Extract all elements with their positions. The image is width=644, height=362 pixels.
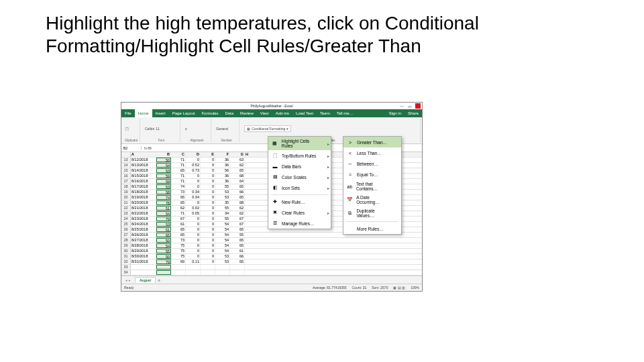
- cell[interactable]: [131, 270, 156, 275]
- cell[interactable]: 54: [156, 211, 171, 216]
- row-header[interactable]: 23: [121, 211, 131, 216]
- row-header[interactable]: 31: [121, 254, 131, 259]
- cell[interactable]: [186, 270, 201, 275]
- cell[interactable]: 66: [230, 190, 245, 194]
- cell[interactable]: 8/16/2018: [131, 179, 156, 184]
- cell[interactable]: 0: [201, 163, 215, 168]
- font-name[interactable]: Calibri: [145, 127, 154, 131]
- cell[interactable]: 0: [201, 179, 215, 184]
- cell[interactable]: 75: [171, 254, 186, 259]
- paste-icon[interactable]: 📋: [125, 127, 129, 131]
- col-header[interactable]: F: [215, 152, 230, 157]
- menu-item-equal-to-[interactable]: =Equal To…: [343, 169, 401, 180]
- cell[interactable]: 62: [230, 163, 245, 168]
- row-header[interactable]: 32: [121, 259, 131, 264]
- cell[interactable]: 0: [186, 249, 201, 253]
- cell[interactable]: 0: [186, 227, 201, 232]
- cell[interactable]: 0.11: [186, 259, 201, 264]
- cell[interactable]: 8/31/2018: [131, 259, 156, 264]
- number-format[interactable]: General: [216, 127, 228, 131]
- cell[interactable]: 61: [171, 222, 186, 227]
- cell[interactable]: 51: [156, 227, 171, 232]
- cell[interactable]: 79: [156, 217, 171, 221]
- cell[interactable]: 8/12/2018: [131, 158, 156, 162]
- cell[interactable]: 36: [215, 158, 230, 162]
- menu-item-highlight-cells-rules[interactable]: ▦Highlight Cells Rules▸: [268, 137, 331, 150]
- cell[interactable]: [156, 265, 171, 269]
- cell[interactable]: 68: [230, 174, 245, 178]
- cell[interactable]: 8/29/2018: [131, 249, 156, 253]
- cell[interactable]: [171, 265, 186, 269]
- cell[interactable]: 68: [230, 200, 245, 205]
- cell[interactable]: 0: [186, 254, 201, 259]
- cell[interactable]: 55: [215, 217, 230, 221]
- cell[interactable]: 50: [156, 238, 171, 243]
- cell[interactable]: 0: [201, 206, 215, 210]
- sheet-tab-active[interactable]: August: [135, 277, 156, 283]
- cell[interactable]: 34: [215, 211, 230, 216]
- cell[interactable]: 55: [215, 184, 230, 189]
- align-icon[interactable]: ≡: [185, 127, 187, 131]
- cell[interactable]: 56: [215, 168, 230, 173]
- row-header[interactable]: 29: [121, 243, 131, 248]
- cell[interactable]: 8/30/2018: [131, 254, 156, 259]
- cell[interactable]: 0: [201, 249, 215, 253]
- row-header[interactable]: 13: [121, 158, 131, 162]
- ribbon-tab-file[interactable]: File: [121, 109, 135, 117]
- cell[interactable]: 62: [230, 206, 245, 210]
- cell[interactable]: 71: [171, 174, 186, 178]
- cell[interactable]: 35: [215, 200, 230, 205]
- cell[interactable]: 51: [156, 206, 171, 210]
- cell[interactable]: 36: [215, 179, 230, 184]
- row-header[interactable]: 26: [121, 227, 131, 232]
- cell[interactable]: 0: [186, 158, 201, 162]
- cell[interactable]: [230, 265, 245, 269]
- cell[interactable]: 0: [201, 158, 215, 162]
- cell[interactable]: [215, 265, 230, 269]
- col-header[interactable]: A: [131, 152, 156, 157]
- cell[interactable]: 65: [230, 238, 245, 243]
- cell[interactable]: 65: [171, 168, 186, 173]
- cell[interactable]: 61: [230, 249, 245, 253]
- cell[interactable]: 63: [230, 158, 245, 162]
- cell[interactable]: 69: [171, 259, 186, 264]
- cell[interactable]: 62: [230, 211, 245, 216]
- col-header[interactable]: H: [245, 152, 250, 157]
- cell[interactable]: 54: [156, 243, 171, 248]
- name-box[interactable]: B2: [121, 146, 142, 150]
- cell[interactable]: 65: [171, 195, 186, 200]
- cell[interactable]: 0: [186, 217, 201, 221]
- col-header[interactable]: C: [171, 152, 186, 157]
- cell[interactable]: 53: [215, 190, 230, 194]
- cell[interactable]: 0: [201, 195, 215, 200]
- cell[interactable]: 0.05: [186, 211, 201, 216]
- cell[interactable]: 65: [230, 195, 245, 200]
- add-sheet-icon[interactable]: ⊕: [156, 278, 162, 282]
- sheet-nav[interactable]: ◂ ▸: [121, 278, 135, 282]
- cell[interactable]: 65: [171, 227, 186, 232]
- menu-item-color-scales[interactable]: ▤Color Scales▸: [268, 172, 331, 182]
- cell[interactable]: [201, 265, 215, 269]
- cell[interactable]: 53: [156, 168, 171, 173]
- cell[interactable]: 54: [215, 238, 230, 243]
- ribbon-tab-page-layout[interactable]: Page Layout: [169, 109, 199, 117]
- cell[interactable]: 71: [171, 211, 186, 216]
- cell[interactable]: 0: [201, 174, 215, 178]
- row-header[interactable]: 24: [121, 217, 131, 221]
- minimize-icon[interactable]: —: [399, 103, 405, 109]
- cell[interactable]: 0: [201, 190, 215, 194]
- row-header[interactable]: 33: [121, 265, 131, 269]
- cell[interactable]: 8/25/2018: [131, 227, 156, 232]
- cell[interactable]: 65: [230, 184, 245, 189]
- cell[interactable]: 8/18/2018: [131, 190, 156, 194]
- cell[interactable]: 78: [156, 200, 171, 205]
- cell[interactable]: 55: [230, 233, 245, 237]
- cell[interactable]: 0: [186, 222, 201, 227]
- cell[interactable]: 54: [215, 227, 230, 232]
- cell[interactable]: [131, 265, 156, 269]
- cell[interactable]: 54: [215, 249, 230, 253]
- cell[interactable]: 8/17/2018: [131, 184, 156, 189]
- close-icon[interactable]: ✕: [415, 103, 421, 109]
- signin-link[interactable]: Sign in: [386, 109, 405, 117]
- cell[interactable]: 0: [201, 211, 215, 216]
